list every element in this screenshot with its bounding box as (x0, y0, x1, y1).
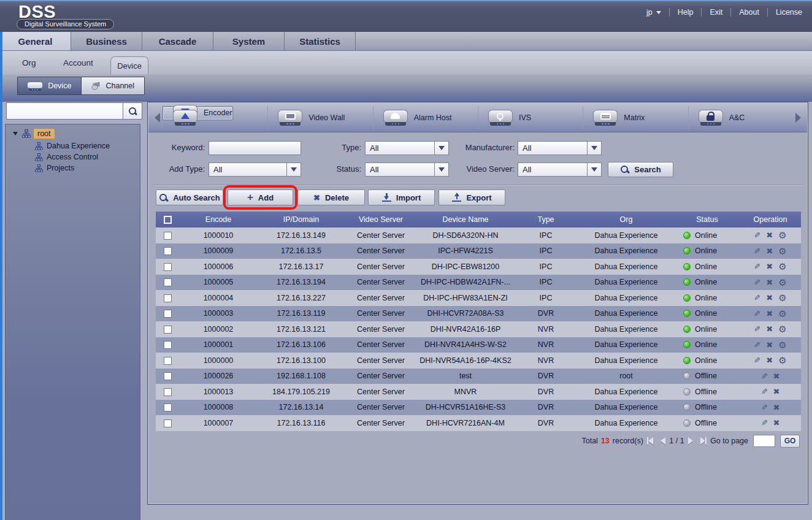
video-server-select[interactable]: All (518, 162, 602, 177)
edit-icon[interactable]: ✎ (761, 419, 768, 427)
tree-node-projects[interactable]: Projects (35, 163, 74, 173)
add-button[interactable]: +Add (228, 189, 293, 205)
row-checkbox[interactable] (164, 263, 172, 271)
tab-statistics[interactable]: Statistics (285, 32, 356, 50)
toggle-device[interactable]: Device (18, 77, 81, 94)
edit-icon[interactable]: ✎ (761, 372, 768, 380)
devicetype-alarm-host[interactable]: Alarm Host (373, 106, 478, 129)
row-checkbox[interactable] (164, 419, 172, 427)
edit-icon[interactable]: ✎ (761, 388, 768, 396)
goto-page-input[interactable] (753, 435, 775, 447)
devicetype-matrix[interactable]: Matrix (583, 106, 688, 129)
table-row[interactable]: 1000009 172.16.13.5 Center Server IPC-HF… (156, 243, 801, 259)
go-button[interactable]: GO (780, 435, 800, 448)
tab-general[interactable]: General (0, 32, 71, 50)
row-checkbox[interactable] (164, 232, 172, 240)
edit-icon[interactable]: ✎ (754, 341, 760, 349)
subtab-org[interactable]: Org (22, 51, 36, 74)
delete-icon[interactable]: ✖ (766, 247, 773, 255)
next-page-icon[interactable] (688, 437, 693, 445)
delete-icon[interactable]: ✖ (766, 262, 773, 270)
config-icon[interactable]: ⚙ (778, 356, 786, 364)
tab-business[interactable]: Business (71, 32, 142, 50)
table-row[interactable]: 1000008 172.16.13.14 Center Server DH-HC… (156, 400, 801, 416)
edit-icon[interactable]: ✎ (754, 278, 760, 286)
exit-link[interactable]: Exit (710, 8, 722, 17)
row-checkbox[interactable] (164, 310, 172, 318)
row-checkbox[interactable] (164, 294, 172, 302)
export-button[interactable]: Export (439, 189, 505, 205)
delete-icon[interactable]: ✖ (773, 419, 780, 427)
edit-icon[interactable]: ✎ (754, 262, 760, 270)
edit-icon[interactable]: ✎ (754, 356, 760, 364)
org-search-input[interactable] (7, 103, 123, 119)
table-row[interactable]: 1000000 172.16.13.100 Center Server DHI-… (156, 353, 801, 369)
config-icon[interactable]: ⚙ (778, 310, 786, 318)
table-row[interactable]: 1000002 172.16.13.121 Center Server DHI-… (156, 321, 801, 337)
config-icon[interactable]: ⚙ (778, 231, 786, 239)
edit-icon[interactable]: ✎ (761, 403, 768, 411)
tree-node-access-control[interactable]: Access Control (35, 152, 98, 162)
search-button[interactable]: Search (608, 162, 673, 177)
table-row[interactable]: 1000001 172.16.13.106 Center Server DHI-… (156, 337, 801, 353)
devicetype-ivs[interactable]: IVS (478, 106, 583, 129)
row-checkbox[interactable] (164, 247, 172, 255)
config-icon[interactable]: ⚙ (778, 294, 786, 302)
row-checkbox[interactable] (164, 357, 172, 365)
row-checkbox[interactable] (164, 372, 172, 380)
toggle-channel[interactable]: Channel (81, 77, 145, 94)
edit-icon[interactable]: ✎ (754, 310, 760, 318)
table-row[interactable]: 1000005 172.16.13.194 Center Server DH-I… (156, 275, 801, 291)
row-checkbox[interactable] (164, 278, 172, 286)
config-icon[interactable]: ⚙ (778, 341, 786, 349)
import-button[interactable]: Import (368, 189, 435, 205)
auto-search-button[interactable]: Auto Search (156, 189, 223, 205)
row-checkbox[interactable] (164, 403, 172, 411)
delete-icon[interactable]: ✖ (766, 231, 773, 239)
edit-icon[interactable]: ✎ (754, 231, 760, 239)
table-row[interactable]: 1000007 172.16.13.116 Center Server DHI-… (156, 415, 801, 431)
delete-icon[interactable]: ✖ (773, 372, 780, 380)
table-row[interactable]: 1000004 172.16.13.227 Center Server DH-I… (156, 290, 801, 306)
prev-page-icon[interactable] (661, 437, 665, 445)
tree-expander-icon[interactable] (13, 132, 18, 136)
table-row[interactable]: 1000003 172.16.13.119 Center Server DHI-… (156, 306, 801, 322)
config-icon[interactable]: ⚙ (778, 325, 786, 333)
license-link[interactable]: License (776, 8, 802, 17)
delete-icon[interactable]: ✖ (773, 388, 780, 396)
tree-node-root[interactable]: root (13, 128, 55, 139)
devicetype-video-wall[interactable]: Video Wall (267, 106, 372, 129)
tree-node-dahua-experience[interactable]: Dahua Experience (35, 141, 110, 151)
first-page-icon[interactable] (647, 437, 654, 445)
carousel-left-arrow-icon[interactable] (155, 113, 160, 123)
delete-icon[interactable]: ✖ (766, 278, 773, 286)
delete-button[interactable]: ✖Delete (297, 189, 365, 205)
table-row[interactable]: 1000013 184.179.105.219 Center Server MN… (156, 384, 801, 400)
delete-icon[interactable]: ✖ (766, 325, 773, 333)
tab-system[interactable]: System (213, 32, 285, 50)
tab-cascade[interactable]: Cascade (142, 32, 213, 50)
delete-icon[interactable]: ✖ (766, 341, 773, 349)
table-row[interactable]: 1000006 172.16.13.17 Center Server DH-IP… (156, 259, 801, 275)
carousel-right-arrow-icon[interactable] (795, 113, 801, 123)
chevron-down-icon[interactable] (587, 163, 601, 176)
select-all-checkbox[interactable] (164, 216, 172, 224)
row-checkbox[interactable] (164, 326, 172, 334)
config-icon[interactable]: ⚙ (778, 247, 786, 255)
edit-icon[interactable]: ✎ (754, 294, 760, 302)
row-checkbox[interactable] (164, 341, 172, 349)
delete-icon[interactable]: ✖ (766, 294, 773, 302)
config-icon[interactable]: ⚙ (778, 262, 786, 270)
about-link[interactable]: About (739, 8, 759, 17)
table-row[interactable]: 1000026 192.168.1.108 Center Server test… (156, 369, 801, 384)
delete-icon[interactable]: ✖ (766, 356, 773, 364)
edit-icon[interactable]: ✎ (754, 325, 760, 333)
subtab-account[interactable]: Account (63, 51, 93, 74)
help-link[interactable]: Help (678, 8, 694, 17)
subtab-device[interactable]: Device (110, 56, 148, 74)
config-icon[interactable]: ⚙ (778, 278, 786, 286)
org-search-button[interactable] (123, 103, 142, 119)
table-row[interactable]: 1000010 172.16.13.149 Center Server DH-S… (156, 228, 801, 243)
delete-icon[interactable]: ✖ (766, 310, 773, 318)
devicetype-aac[interactable]: A&C (688, 106, 793, 129)
